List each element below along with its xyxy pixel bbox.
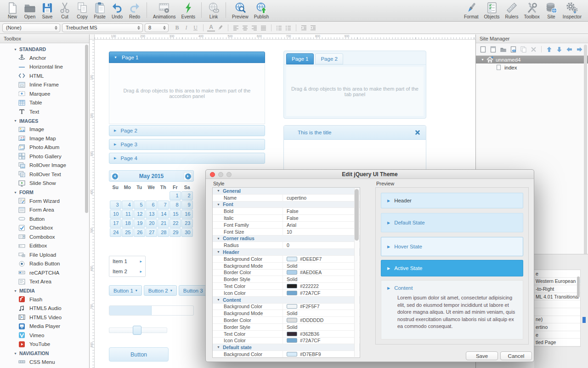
new-page-button[interactable] [479, 46, 487, 53]
menu-item-item-1[interactable]: Item 1▸ [109, 256, 145, 266]
move-right-button[interactable] [576, 46, 583, 53]
move-down-button[interactable] [555, 46, 563, 53]
toolbox-section-media[interactable]: ▼MEDIA [0, 287, 89, 295]
dialog-widget-titlebar[interactable]: This is the title [284, 126, 426, 140]
toolbox-item-youtube[interactable]: YouTube [0, 340, 89, 349]
calendar-day-30[interactable]: 30 [181, 228, 193, 237]
tab-panel-widget[interactable]: Page 1Page 2 Drag & drop objects to this… [283, 51, 426, 119]
style-prop-background-mode[interactable]: Background ModeSolid [213, 310, 360, 317]
toolbox-item-anchor[interactable]: Anchor [0, 53, 89, 63]
toolbox-item-text[interactable]: Text [0, 107, 89, 116]
calendar-day-14[interactable]: 14 [158, 210, 169, 218]
format-button[interactable]: Format [461, 0, 481, 21]
align-center-button[interactable] [241, 24, 249, 32]
toolbox-section-images[interactable]: ▼IMAGES [0, 117, 89, 125]
toolbox-item-html5-audio[interactable]: HTML5 Audio [0, 304, 89, 313]
calendar-day-4[interactable]: 4 [122, 201, 133, 209]
toolbox-item-editbox[interactable]: Editbox [0, 242, 89, 251]
new-document-button[interactable]: New [4, 0, 21, 21]
style-prop-background-color[interactable]: Background Color#F2F5F7 [213, 304, 360, 310]
next-month-button[interactable] [184, 172, 192, 180]
tab-panel-content[interactable]: Drag & drop objects to this area to make… [286, 67, 424, 116]
calendar-day-10[interactable]: 10 [110, 210, 121, 218]
toolbox-item-vimeo[interactable]: Vimeo [0, 331, 89, 340]
toolbox-section-navigation[interactable]: ▼NAVIGATION [0, 349, 89, 357]
toolbox-item-button[interactable]: Button [0, 214, 89, 224]
indent-button[interactable] [309, 24, 317, 32]
publish-button[interactable]: Publish [251, 0, 272, 21]
slider-widget[interactable] [109, 328, 167, 333]
style-grid-scrollbar-track[interactable] [354, 188, 359, 357]
calendar-day-2[interactable]: 2 [181, 191, 193, 200]
menu-item-item-2[interactable]: Item 2▸ [109, 266, 145, 276]
site-tree-root-row[interactable]: ▼ unnamed4 [476, 56, 588, 63]
calendar-day-7[interactable]: 7 [158, 201, 169, 209]
bullet-list-button[interactable] [275, 24, 283, 32]
objects-button[interactable]: Objects [481, 0, 503, 21]
calendar-day-5[interactable]: 5 [134, 201, 145, 209]
site-tree-page-row[interactable]: index [476, 63, 588, 71]
calendar-day-16[interactable]: 16 [181, 210, 193, 218]
style-grid-scrollbar-thumb[interactable] [355, 189, 359, 241]
slider-handle[interactable] [133, 326, 141, 335]
style-prop-border-style[interactable]: Border StyleSolid [213, 276, 360, 283]
style-prop-bold[interactable]: BoldFalse [213, 208, 360, 215]
stepper-arrows-icon[interactable] [53, 26, 58, 30]
toolbox-item-image-map[interactable]: Image Map [0, 134, 89, 143]
accordion-header-page-4[interactable]: ▶Page 4 [109, 153, 265, 164]
save-button[interactable]: Save [466, 351, 498, 360]
style-prop-border-color[interactable]: Border Color#AED0EA [213, 270, 360, 276]
style-prop-name[interactable]: Namecupertino [213, 195, 360, 201]
toolbox-item-rollover-text[interactable]: RollOver Text [0, 170, 89, 179]
calendar-day-23[interactable]: 23 [181, 219, 193, 228]
datepicker-widget[interactable]: May 2015 SuMoTuWeThFrSa 1234567891011121… [109, 170, 194, 237]
calendar-day-21[interactable]: 21 [158, 219, 169, 228]
toolbox-item-flash[interactable]: Flash [0, 295, 89, 304]
button-widget[interactable]: Button [109, 347, 169, 362]
calendar-day-20[interactable]: 20 [146, 219, 157, 228]
calendar-day-9[interactable]: 9 [181, 201, 193, 209]
close-window-button[interactable] [210, 172, 215, 177]
style-prop-icon-color[interactable]: Icon Color#72A7CF [213, 290, 360, 297]
inspector-button[interactable]: Inspector [560, 0, 584, 21]
style-prop-border-color[interactable]: Border Color#DDDDDD [213, 317, 360, 324]
toolbox-scrollbar[interactable] [85, 45, 88, 213]
style-group-general[interactable]: ▼General [213, 188, 360, 195]
calendar-day-25[interactable]: 25 [122, 228, 133, 237]
move-left-button[interactable] [565, 46, 573, 53]
undo-button[interactable]: Undo [108, 0, 126, 21]
toolbox-item-photo-gallery[interactable]: Photo Gallery [0, 152, 89, 161]
copy-button[interactable]: Copy [74, 0, 91, 21]
accordion-header-page-3[interactable]: ▶Page 3 [109, 139, 265, 150]
new-template-button[interactable] [489, 46, 497, 53]
events-button[interactable]: Events [178, 0, 198, 21]
calendar-day-6[interactable]: 6 [146, 201, 157, 209]
calendar-day-8[interactable]: 8 [170, 201, 181, 209]
toolbox-item-html5-video[interactable]: HTML5 Video [0, 313, 89, 322]
tab-page-2[interactable]: Page 2 [315, 53, 343, 64]
inspector-scrollbar[interactable] [577, 276, 580, 298]
style-prop-background-color[interactable]: Background Color#D7EBF9 [213, 351, 360, 358]
underline-button[interactable]: U [192, 24, 199, 32]
move-up-button[interactable] [545, 46, 553, 53]
paragraph-style-select[interactable]: (None) [2, 23, 60, 32]
link-button[interactable]: Link [205, 0, 222, 21]
page-link-button[interactable] [509, 46, 517, 53]
accordion-header-expanded[interactable]: ▼ Page 1 [109, 52, 265, 63]
toolbox-item-slide-show[interactable]: Slide Show [0, 179, 89, 188]
toolbox-item-html[interactable]: HTML [0, 71, 89, 80]
calendar-day-3[interactable]: 3 [110, 201, 121, 209]
calendar-day-27[interactable]: 27 [146, 228, 157, 237]
style-prop-icon-color[interactable]: Icon Color#72A7CF [213, 338, 360, 345]
calendar-day-29[interactable]: 29 [170, 228, 181, 237]
font-family-select[interactable]: Trebuchet MS [62, 23, 143, 32]
redo-button[interactable]: Redo [126, 0, 143, 21]
minimize-window-button[interactable] [218, 172, 223, 177]
cancel-button[interactable]: Cancel [500, 351, 532, 360]
calendar-day-1[interactable]: 1 [170, 191, 181, 200]
style-prop-text-color[interactable]: Text Color#222222 [213, 283, 360, 290]
new-folder-button[interactable] [499, 46, 507, 53]
toolbox-item-horizontal-line[interactable]: Horizontal line [0, 63, 89, 72]
calendar-day-26[interactable]: 26 [134, 228, 145, 237]
stepper-arrows-icon[interactable] [136, 26, 141, 30]
